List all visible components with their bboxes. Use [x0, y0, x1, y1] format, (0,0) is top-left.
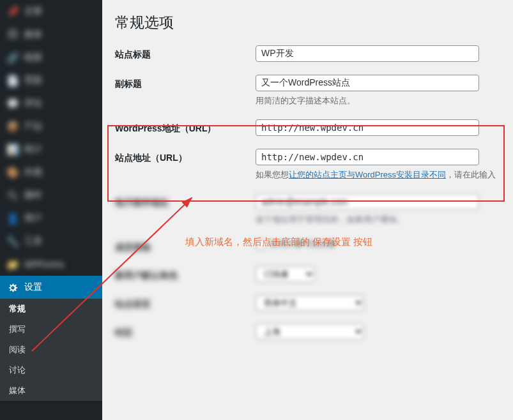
- page-title: 常规选项: [115, 13, 500, 33]
- sidebar-item-label: 产品: [24, 121, 42, 132]
- desc-blur-email: 这个地址用于管理目的，如新用户通知。: [256, 214, 405, 225]
- sidebar-item-label: WPForms: [24, 259, 64, 269]
- sidebar-item-label: 外观: [24, 167, 42, 178]
- desc-tagline: 用简洁的文字描述本站点。: [256, 95, 500, 107]
- menu-icon: 📌: [6, 5, 19, 18]
- row-siteurl: 站点地址（URL） 如果您想让您的站点主页与WordPress安装目录不同，请在…: [115, 149, 500, 181]
- select-blur-role[interactable]: 订阅者: [256, 266, 315, 282]
- sidebar-item-label: 统计: [24, 144, 42, 155]
- menu-icon: 📊: [6, 143, 19, 156]
- select-blur-lang[interactable]: 简体中文: [256, 295, 364, 311]
- sidebar-item-blurred[interactable]: 🔌插件: [0, 184, 102, 207]
- sidebar-item-label: 链接: [24, 52, 42, 63]
- input-tagline[interactable]: [256, 75, 479, 91]
- sidebar-sub-讨论[interactable]: 讨论: [0, 360, 102, 380]
- sidebar-item-label: 页面: [24, 75, 42, 86]
- sidebar-item-blurred[interactable]: 💬评论: [0, 92, 102, 115]
- sidebar-item-blurred[interactable]: 📌文章: [0, 0, 102, 23]
- sidebar-sub-阅读[interactable]: 阅读: [0, 340, 102, 360]
- menu-icon: 📁: [6, 258, 19, 271]
- sidebar-item-blurred[interactable]: 📦产品: [0, 115, 102, 138]
- menu-icon: 🔧: [6, 235, 19, 248]
- label-siteurl: 站点地址（URL）: [115, 149, 256, 164]
- menu-icon: 🎨: [6, 166, 19, 179]
- row-blur-email: 电子邮件地址 这个地址用于管理目的，如新用户通知。: [115, 193, 500, 225]
- settings-icon: [6, 281, 19, 294]
- desc-siteurl: 如果您想让您的站点主页与WordPress安装目录不同，请在此输入: [256, 169, 500, 181]
- menu-icon: 🖼: [6, 28, 19, 41]
- sidebar-item-blurred[interactable]: 🔧工具: [0, 230, 102, 253]
- sidebar-sub-常规[interactable]: 常规: [0, 299, 102, 319]
- label-blur-email: 电子邮件地址: [115, 193, 256, 209]
- menu-icon: 💬: [6, 97, 19, 110]
- label-blur-tz: 时区: [115, 324, 256, 339]
- menu-icon: 🔌: [6, 189, 19, 202]
- annotation-text: 填入新域名，然后点击底部的 保存设置 按钮: [185, 236, 372, 248]
- admin-sidebar: 📌文章🖼媒体🔗链接📄页面💬评论📦产品📊统计🎨外观🔌插件👤用户🔧工具📁WPForm…: [0, 0, 102, 420]
- sidebar-sub-媒体[interactable]: 媒体: [0, 380, 102, 401]
- sidebar-item-blurred[interactable]: 📊统计: [0, 138, 102, 161]
- sidebar-item-blurred[interactable]: 👤用户: [0, 207, 102, 230]
- input-siteurl[interactable]: [256, 149, 479, 165]
- sidebar-item-label: 设置: [24, 281, 42, 293]
- sidebar-item-blurred[interactable]: 📄页面: [0, 69, 102, 92]
- sidebar-item-label: 媒体: [24, 29, 42, 40]
- sidebar-item-label: 用户: [24, 213, 42, 224]
- menu-icon: 🔗: [6, 51, 19, 64]
- sidebar-item-label: 工具: [24, 236, 42, 247]
- sidebar-item-blurred[interactable]: 🔗链接: [0, 46, 102, 69]
- sidebar-item-label: 插件: [24, 190, 42, 201]
- sidebar-item-blurred[interactable]: 🎨外观: [0, 161, 102, 184]
- label-site-title: 站点标题: [115, 45, 256, 61]
- row-wpurl: WordPress地址（URL）: [115, 119, 500, 136]
- main-content: 常规选项 站点标题 副标题 用简洁的文字描述本站点。 WordPress地址（U…: [102, 0, 513, 352]
- menu-icon: 📦: [6, 120, 19, 133]
- label-wpurl: WordPress地址（URL）: [115, 119, 256, 135]
- label-blur-lang: 站点语言: [115, 295, 256, 310]
- row-blur-role: 新用户默认角色 订阅者: [115, 266, 500, 282]
- select-blur-tz[interactable]: 上海: [256, 324, 364, 340]
- sidebar-item-label: 文章: [24, 6, 42, 17]
- link-siteurl-help[interactable]: 让您的站点主页与WordPress安装目录不同: [289, 170, 446, 179]
- label-tagline: 副标题: [115, 75, 256, 90]
- row-blur-tz: 时区 上海: [115, 324, 500, 340]
- sidebar-item-settings[interactable]: 设置: [0, 276, 102, 299]
- input-blur-email[interactable]: [256, 193, 479, 210]
- label-blur-role: 新用户默认角色: [115, 266, 256, 281]
- sidebar-item-blurred[interactable]: 🖼媒体: [0, 23, 102, 46]
- row-site-title: 站点标题: [115, 45, 500, 62]
- input-wpurl[interactable]: [256, 119, 479, 136]
- sidebar-item-blurred[interactable]: 📁WPForms: [0, 253, 102, 276]
- sidebar-item-label: 评论: [24, 98, 42, 109]
- row-tagline: 副标题 用简洁的文字描述本站点。: [115, 75, 500, 107]
- menu-icon: 👤: [6, 212, 19, 225]
- input-site-title[interactable]: [256, 45, 479, 62]
- sidebar-sub-撰写[interactable]: 撰写: [0, 319, 102, 340]
- row-blur-lang: 站点语言 简体中文: [115, 295, 500, 311]
- menu-icon: 📄: [6, 74, 19, 87]
